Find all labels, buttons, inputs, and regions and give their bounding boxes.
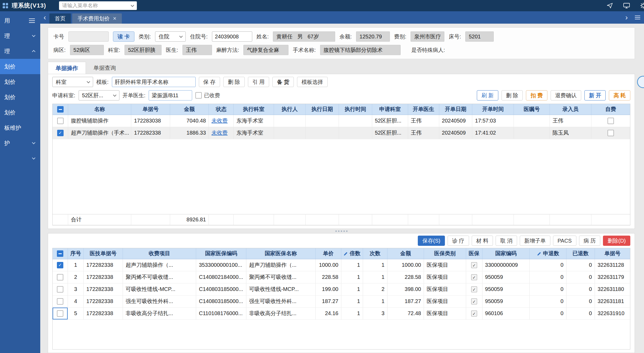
type-select[interactable]: 住院 [155,31,186,42]
tab-list-icon[interactable] [635,16,640,19]
close-icon[interactable]: × [113,15,116,22]
template-input[interactable] [112,77,196,87]
row-checkbox[interactable] [57,286,63,293]
col-apply-refund[interactable]: 申退数 [530,248,566,259]
tab-doc-operate[interactable]: 单据操作 [48,62,86,74]
insured-checkbox[interactable] [471,311,477,316]
col-nat-code[interactable]: 国家编码 [482,248,530,259]
sidebar-item-pricing-4[interactable]: 划价 [0,105,40,120]
col-insured[interactable]: 医保 [466,248,482,259]
charged-checkbox[interactable] [195,92,202,99]
charged-checkbox-group[interactable]: 已收费 [195,92,220,99]
template-select-button[interactable]: 模板选择 [297,77,328,87]
sidebar-item-group-2[interactable]: 理 [0,44,40,59]
col-seq[interactable]: 序号 [68,248,84,259]
col-advice-no[interactable]: 医嘱号 [514,104,550,115]
quote-button[interactable]: 引 用 [248,77,269,87]
col-price[interactable]: 单价 [315,248,341,259]
new-sub-order-button[interactable]: 新增子单 [520,236,550,246]
tabs-forward-icon[interactable]: › [622,13,631,22]
order-row[interactable]: 超声刀辅助操作（手术... 172282338 1886.33 未收费 东海手术… [53,127,630,139]
detail-row[interactable]: 2 172282338 聚丙烯不可吸收缝... C140802184000...… [53,271,630,283]
treatment-button[interactable]: 诊 疗 [448,236,469,246]
sidebar-item-group-1[interactable]: 理 [0,28,40,44]
tab-home[interactable]: 首页 [49,13,71,24]
stock-button[interactable]: 备 货 [272,77,294,87]
sidebar-item-group-4[interactable] [0,151,40,166]
col-order-doctor[interactable]: 开单医生 [408,104,439,115]
refund-confirm-button[interactable]: 退费确认 [551,90,581,100]
row-checkbox[interactable] [57,118,64,124]
col-apply-dept[interactable]: 申请科室 [372,104,408,115]
menu-search-combo[interactable] [59,1,137,10]
col-entry-person[interactable]: 录入员 [550,104,591,115]
menu-icon[interactable] [29,19,35,23]
insured-checkbox[interactable] [471,286,477,292]
row-checkbox[interactable] [57,262,63,268]
detail-row[interactable]: 4 172282338 强生可吸收性外科... C140803185000...… [53,295,630,307]
save-button[interactable]: 保 存 [199,77,220,87]
menu-search-input[interactable] [62,3,129,9]
col-ins-name[interactable]: 国家医保名称 [246,248,316,259]
col-amount[interactable]: 金额 [387,248,424,259]
insured-checkbox[interactable] [471,262,477,268]
read-card-button[interactable]: 读 卡 [113,31,134,42]
high-cost-button[interactable]: 高 耗 [609,90,630,100]
row-checkbox[interactable] [57,274,63,280]
col-doc-no[interactable]: 单据号 [131,104,170,115]
cancel-button[interactable]: 取 消 [496,236,517,246]
gear-icon[interactable] [640,2,644,9]
admission-number-input[interactable] [212,31,252,42]
col-multiple[interactable]: 倍数 [341,248,363,259]
select-all-checkbox[interactable] [57,106,64,113]
self-pay-checkbox[interactable] [608,118,614,124]
sidebar-item-pricing-2[interactable]: 划价 [0,74,40,89]
tab-surgery-pricing[interactable]: 手术费用划价 × [72,13,122,24]
order-doctor-input[interactable] [149,90,192,100]
col-detail-doc-no[interactable]: 单据号 [595,248,630,259]
col-status[interactable]: 状态 [209,104,234,115]
apply-dept-select[interactable]: 52区肝... [79,90,119,100]
col-order-date[interactable]: 开单日期 [439,104,472,115]
charge-button[interactable]: 扣 费 [526,90,547,100]
col-tech-doc-no[interactable]: 医技单据号 [83,248,123,259]
sidebar-item-pricing-active[interactable]: 划价 [0,59,40,74]
col-exec-date[interactable]: 执行日期 [306,104,339,115]
new-order-button[interactable]: 新 开 [584,90,606,100]
col-ins-type[interactable]: 医保类别 [424,248,466,259]
detail-row[interactable]: 3 172282338 可吸收性缝线-MCP... C140803185000.… [53,283,630,295]
sidebar-item-template-maintain[interactable]: 板维护 [0,120,40,135]
col-refunded[interactable]: 已退数 [566,248,595,259]
self-pay-checkbox[interactable] [608,130,614,136]
col-self-pay[interactable]: 自费 [591,104,630,115]
panel-splitter[interactable] [48,229,635,233]
delete-button[interactable]: 删 除 [223,77,245,87]
screen-icon[interactable] [623,2,630,9]
insured-checkbox[interactable] [471,274,477,280]
col-order-time[interactable]: 开单时间 [472,104,514,115]
material-button[interactable]: 材 料 [472,236,493,246]
delete-detail-button[interactable]: 删除(D) [603,236,630,246]
order-row[interactable]: 腹腔镜辅助操作 172283038 7040.48 未收费 东海手术室 52区肝… [53,115,630,127]
delete-order-button[interactable]: 删 除 [502,90,523,100]
col-name[interactable]: 名称 [68,104,131,115]
col-amount[interactable]: 金额 [170,104,208,115]
detail-row[interactable]: 1 172282338 超声刀辅助操作（... 3533000000100...… [53,259,630,271]
row-checkbox[interactable] [57,310,63,317]
col-exec-time[interactable]: 执行时间 [339,104,372,115]
card-number-input[interactable] [68,31,109,42]
tabs-back-icon[interactable]: ‹ [40,11,49,24]
status-link[interactable]: 未收费 [211,118,228,124]
col-charge-item[interactable]: 收费项目 [123,248,196,259]
medical-record-button[interactable]: 病 历 [579,236,601,246]
row-checkbox[interactable] [57,130,64,136]
col-ins-code[interactable]: 国家医保编码 [196,248,246,259]
sidebar-header[interactable]: 用 [0,13,40,28]
col-times[interactable]: 次数 [363,248,387,259]
send-icon[interactable] [606,2,613,9]
select-all-checkbox[interactable] [57,250,63,257]
insured-checkbox[interactable] [471,298,477,304]
detail-row[interactable]: 5 172282338 非吸收高分子结扎... C110108176000...… [53,307,630,319]
dept-category-select[interactable]: 科室 [52,77,93,87]
col-exec-dept[interactable]: 执行科室 [234,104,274,115]
